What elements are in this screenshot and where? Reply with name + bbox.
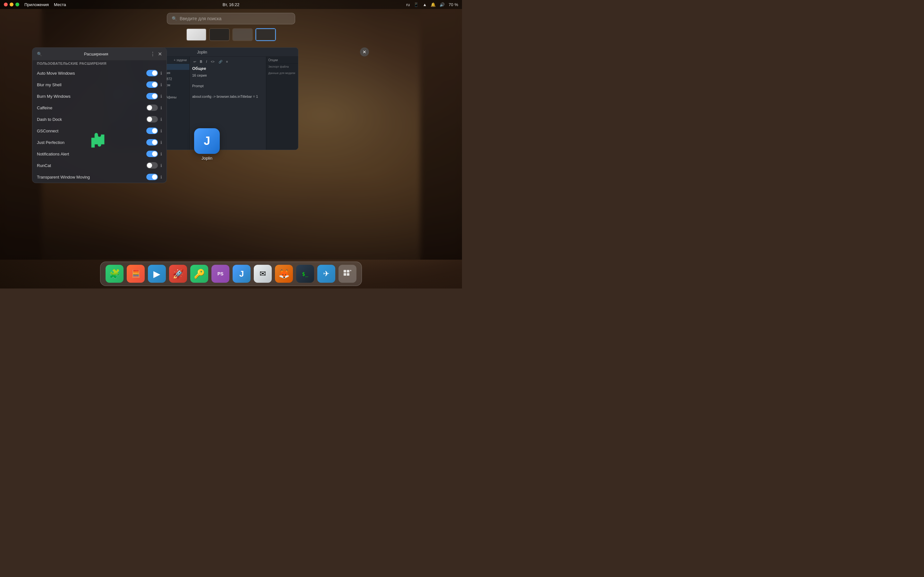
extensions-titlebar: 🔍 Расширения ⋮ ✕ bbox=[32, 48, 166, 60]
ext-more-just-perfection[interactable]: ℹ bbox=[160, 140, 162, 145]
workspace-4[interactable] bbox=[255, 28, 276, 41]
ext-more-blur[interactable]: ℹ bbox=[160, 82, 162, 87]
extensions-title: Расширения bbox=[42, 52, 150, 56]
ext-item-burn: Burn My Windows ℹ bbox=[32, 90, 166, 102]
places-menu[interactable]: Места bbox=[54, 2, 66, 7]
wifi-icon: ▲ bbox=[423, 2, 427, 7]
ext-more-caffeine[interactable]: ℹ bbox=[160, 105, 162, 110]
battery-indicator: 70 % bbox=[449, 2, 458, 7]
ext-toggle-just-perfection[interactable] bbox=[146, 139, 158, 145]
workspace-3[interactable] bbox=[232, 28, 253, 41]
svg-rect-3 bbox=[347, 273, 349, 276]
toolbar-italic[interactable]: I bbox=[205, 59, 208, 64]
bell-icon: 🔔 bbox=[431, 2, 436, 7]
search-icon: 🔍 bbox=[172, 16, 177, 21]
search-bar[interactable]: 🔍 bbox=[167, 13, 295, 24]
ext-item-caffeine: Caffeine ℹ bbox=[32, 102, 166, 113]
toolbar-undo[interactable]: ↩ bbox=[192, 59, 197, 64]
window-close-icon[interactable]: ✕ bbox=[158, 51, 162, 57]
ext-toggle-auto-move[interactable] bbox=[146, 70, 158, 76]
joplin-app-label: Joplin bbox=[202, 156, 212, 161]
joplin-app-icon-container: J Joplin bbox=[194, 128, 220, 161]
toolbar-bold[interactable]: B bbox=[199, 59, 204, 64]
joplin-icon-letter: J bbox=[204, 134, 210, 148]
window-controls: ⋮ ✕ bbox=[150, 51, 162, 57]
extensions-window: 🔍 Расширения ⋮ ✕ Пользовательские расшир… bbox=[32, 47, 167, 183]
dock-firefox[interactable]: 🦊 bbox=[275, 265, 293, 283]
close-expose-button[interactable]: ✕ bbox=[360, 47, 369, 56]
grid-icon bbox=[343, 269, 352, 278]
puzzle-overlay-icon bbox=[88, 131, 107, 151]
joplin-note-title: Общее bbox=[192, 66, 263, 71]
ext-toggle-burn[interactable] bbox=[146, 93, 158, 99]
search-container: 🔍 bbox=[167, 13, 295, 24]
ext-toggle-notifications[interactable] bbox=[146, 151, 158, 157]
svg-rect-0 bbox=[344, 270, 346, 272]
ext-toggle-transparent[interactable] bbox=[146, 174, 158, 180]
minimize-button[interactable] bbox=[10, 3, 13, 6]
joplin-options-header: Опции bbox=[266, 57, 298, 64]
joplin-note-content: 16 серия Prompt about:config -> browser.… bbox=[192, 73, 263, 99]
ext-more-notifications[interactable]: ℹ bbox=[160, 152, 162, 156]
ext-item-blur: Blur my Shell ℹ bbox=[32, 79, 166, 90]
ext-toggle-runcat[interactable] bbox=[146, 162, 158, 169]
menu-bar-right: ru 📱 ▲ 🔔 🔊 70 % bbox=[406, 2, 458, 7]
ext-more-dash[interactable]: ℹ bbox=[160, 117, 162, 122]
dock-letter-app[interactable]: ✉ bbox=[254, 265, 272, 283]
ext-toggle-blur[interactable] bbox=[146, 81, 158, 88]
menu-bar-left: Приложения Места bbox=[4, 2, 66, 7]
ext-item-transparent: Transparent Window Moving ℹ bbox=[32, 171, 166, 183]
dock-telegram[interactable]: ✈ bbox=[317, 265, 335, 283]
phone-icon: 📱 bbox=[414, 2, 419, 7]
ext-more-gsconnect[interactable]: ℹ bbox=[160, 129, 162, 133]
toolbar-code[interactable]: <> bbox=[210, 59, 216, 64]
workspace-2[interactable] bbox=[209, 28, 230, 41]
joplin-toolbar: ↩ B I <> 🔗 ≡ bbox=[192, 59, 263, 64]
joplin-options-content: Экспорт файла Данные для модели bbox=[266, 64, 298, 76]
ext-more-burn[interactable]: ℹ bbox=[160, 94, 162, 99]
dock: 🧩 🧮 ▶ 🚀 🔑 PS J ✉ 🦊 $_ ✈ bbox=[100, 261, 362, 286]
ext-toggle-dash[interactable] bbox=[146, 116, 158, 122]
ext-item-dash: Dash to Dock ℹ bbox=[32, 113, 166, 125]
ext-item-runcat: RunCat ℹ bbox=[32, 160, 166, 171]
ext-more-runcat[interactable]: ℹ bbox=[160, 163, 162, 168]
ext-item-auto-move: Auto Move Windows ℹ bbox=[32, 67, 166, 79]
dock-app-grid[interactable] bbox=[338, 265, 357, 283]
svg-rect-1 bbox=[347, 270, 349, 272]
ext-toggle-gsconnect[interactable] bbox=[146, 127, 158, 134]
extensions-section-header: Пользовательские расширения bbox=[32, 60, 166, 67]
dock-terminal[interactable]: $_ bbox=[296, 265, 314, 283]
ext-more-auto-move[interactable]: ℹ bbox=[160, 71, 162, 76]
dock-rocket-app[interactable]: 🚀 bbox=[169, 265, 187, 283]
menu-bar-clock: Вт, 16:22 bbox=[223, 2, 240, 7]
workspace-switcher bbox=[186, 28, 276, 41]
toolbar-link[interactable]: 🔗 bbox=[217, 59, 224, 64]
toolbar-list[interactable]: ≡ bbox=[225, 59, 229, 64]
dock-extensions[interactable]: 🧩 bbox=[105, 265, 124, 283]
svg-rect-4 bbox=[350, 270, 351, 271]
close-button[interactable] bbox=[4, 3, 8, 6]
volume-icon: 🔊 bbox=[439, 2, 445, 7]
language-indicator[interactable]: ru bbox=[406, 2, 410, 7]
traffic-lights bbox=[4, 3, 19, 6]
menu-bar: Приложения Места Вт, 16:22 ru 📱 ▲ 🔔 🔊 70… bbox=[0, 0, 462, 9]
app-menu[interactable]: Приложения bbox=[24, 2, 49, 7]
dock-media-player[interactable]: ▶ bbox=[148, 265, 166, 283]
menu-dots-icon[interactable]: ⋮ bbox=[150, 51, 155, 57]
dock-joplin[interactable]: J bbox=[233, 265, 250, 283]
search-input[interactable] bbox=[180, 16, 290, 21]
joplin-right-panel: Опции Экспорт файла Данные для модели bbox=[266, 57, 298, 150]
dock-secrets[interactable]: 🔑 bbox=[190, 265, 208, 283]
workspace-1[interactable] bbox=[186, 28, 207, 41]
search-icon-window: 🔍 bbox=[37, 52, 42, 56]
joplin-window-title: Joplin bbox=[197, 50, 207, 55]
ext-more-transparent[interactable]: ℹ bbox=[160, 175, 162, 179]
dock-calculator[interactable]: 🧮 bbox=[127, 265, 145, 283]
ext-toggle-caffeine[interactable] bbox=[146, 105, 158, 111]
dock-phpstorm[interactable]: PS bbox=[212, 265, 229, 283]
maximize-button[interactable] bbox=[15, 3, 19, 6]
joplin-app-icon[interactable]: J bbox=[194, 128, 220, 154]
svg-rect-2 bbox=[344, 273, 346, 276]
